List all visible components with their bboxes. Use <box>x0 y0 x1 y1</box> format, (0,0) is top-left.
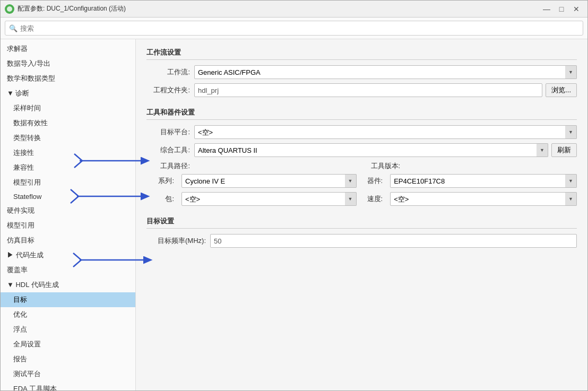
series-select[interactable]: Cyclone IV E <box>181 174 357 188</box>
series-select-wrap: Cyclone IV E ▼ <box>181 174 357 188</box>
synthesis-tool-select[interactable]: Altera QUARTUS II <box>194 143 548 157</box>
sidebar-item-hdl-codegen[interactable]: ▼ HDL 代码生成 <box>1 277 135 292</box>
sidebar-item-compatibility[interactable]: 兼容性 <box>1 160 135 175</box>
svg-point-0 <box>7 6 12 12</box>
project-folder-input[interactable] <box>194 83 542 97</box>
window-title: 配置参数: DUC_1/Configuration (活动) <box>18 4 540 13</box>
maximize-button[interactable]: □ <box>555 4 568 14</box>
package-col: 包: <空> ▼ <box>146 192 357 206</box>
sidebar-item-target[interactable]: 目标 <box>1 292 135 307</box>
sidebar-item-sample-time[interactable]: 采样时间 <box>1 101 135 116</box>
refresh-button[interactable]: 刷新 <box>551 143 577 157</box>
close-button[interactable]: ✕ <box>569 4 583 14</box>
sidebar-item-solver[interactable]: 求解器 <box>1 41 135 56</box>
main-window: 配置参数: DUC_1/Configuration (活动) — □ ✕ 🔍 求… <box>0 0 588 391</box>
minimize-button[interactable]: — <box>540 4 554 14</box>
search-bar: 🔍 <box>1 18 587 39</box>
tool-device-section-title: 工具和器件设置 <box>146 108 577 120</box>
target-freq-label: 目标频率(MHz): <box>146 236 210 246</box>
project-folder-row: 工程文件夹: 浏览... <box>146 83 577 97</box>
target-platform-select[interactable]: <空> <box>194 125 577 139</box>
target-platform-row: 目标平台: <空> ▼ <box>146 125 577 139</box>
tool-device-section: 工具和器件设置 目标平台: <空> ▼ 综合工具: <box>146 108 577 206</box>
sidebar-item-data-io[interactable]: 数据导入/导出 <box>1 56 135 71</box>
search-input[interactable] <box>5 21 583 36</box>
sidebar-item-sim-target[interactable]: 仿真目标 <box>1 233 135 248</box>
package-select[interactable]: <空> <box>181 192 357 206</box>
sidebar-item-test-bench[interactable]: 测试平台 <box>1 367 135 381</box>
workflow-section-title: 工作流设置 <box>146 48 577 60</box>
synthesis-tool-label: 综合工具: <box>146 145 194 155</box>
sidebar-item-eda-scripts[interactable]: EDA 工具脚本 <box>1 381 135 390</box>
search-icon: 🔍 <box>9 24 18 32</box>
sidebar-item-connectivity[interactable]: 连接性 <box>1 145 135 160</box>
device-select-wrap: EP4CE10F17C8 ▼ <box>390 174 577 188</box>
sidebar-item-diagnostics[interactable]: ▼ 诊断 <box>1 86 135 101</box>
titlebar: 配置参数: DUC_1/Configuration (活动) — □ ✕ <box>1 1 587 18</box>
sidebar-item-type-conv[interactable]: 类型转换 <box>1 131 135 145</box>
series-label: 系列: <box>146 176 178 186</box>
tool-path-label: 工具路径: <box>146 161 194 171</box>
sidebar-item-float[interactable]: 浮点 <box>1 322 135 337</box>
sidebar-item-math-types[interactable]: 数学和数据类型 <box>1 71 135 86</box>
right-panel-inner: 工作流设置 工作流: Generic ASIC/FPGA ▼ 工程文件夹: <box>146 48 577 248</box>
speed-col: 速度: <空> ▼ <box>367 192 577 206</box>
target-settings-section-title: 目标设置 <box>146 216 577 229</box>
package-speed-row: 包: <空> ▼ 速度: <box>146 192 577 206</box>
workflow-row: 工作流: Generic ASIC/FPGA ▼ <box>146 65 577 79</box>
speed-select[interactable]: <空> <box>390 192 577 206</box>
device-label: 器件: <box>367 176 387 186</box>
tool-version-label: 工具版本: <box>365 161 407 171</box>
workflow-label: 工作流: <box>146 67 194 77</box>
project-folder-label: 工程文件夹: <box>146 85 194 95</box>
workflow-select-wrap: Generic ASIC/FPGA ▼ <box>194 65 577 79</box>
synthesis-tool-select-wrap: Altera QUARTUS II ▼ <box>194 143 548 157</box>
sidebar-item-stateflow[interactable]: Stateflow <box>1 190 135 203</box>
workflow-select[interactable]: Generic ASIC/FPGA <box>194 65 577 79</box>
sidebar-item-model-ref[interactable]: 模型引用 <box>1 175 135 190</box>
window-controls: — □ ✕ <box>540 4 583 14</box>
sidebar-item-optimize[interactable]: 优化 <box>1 307 135 322</box>
target-freq-row: 目标频率(MHz): <box>146 234 577 248</box>
device-select[interactable]: EP4CE10F17C8 <box>390 174 577 188</box>
sidebar-item-hw-impl[interactable]: 硬件实现 <box>1 203 135 218</box>
synthesis-tool-row: 综合工具: Altera QUARTUS II ▼ 刷新 <box>146 143 577 157</box>
main-content: 求解器数据导入/导出数学和数据类型▼ 诊断采样时间数据有效性类型转换连接性兼容性… <box>1 39 587 390</box>
sidebar-item-global-settings[interactable]: 全局设置 <box>1 337 135 352</box>
browse-button[interactable]: 浏览... <box>546 83 577 97</box>
target-platform-select-wrap: <空> ▼ <box>194 125 577 139</box>
package-label: 包: <box>146 194 178 204</box>
right-panel: 工作流设置 工作流: Generic ASIC/FPGA ▼ 工程文件夹: <box>136 39 587 390</box>
target-freq-input[interactable] <box>210 234 577 248</box>
device-col: 器件: EP4CE10F17C8 ▼ <box>367 174 577 188</box>
target-settings-section: 目标设置 目标频率(MHz): <box>146 216 577 248</box>
sidebar-item-coverage[interactable]: 覆盖率 <box>1 263 135 277</box>
speed-select-wrap: <空> ▼ <box>390 192 577 206</box>
sidebar-item-model-ref2[interactable]: 模型引用 <box>1 218 135 233</box>
speed-label: 速度: <box>367 194 387 204</box>
sidebar-item-code-gen[interactable]: ▶ 代码生成 <box>1 248 135 263</box>
sidebar-item-data-validity[interactable]: 数据有效性 <box>1 116 135 131</box>
package-select-wrap: <空> ▼ <box>181 192 357 206</box>
series-col: 系列: Cyclone IV E ▼ <box>146 174 357 188</box>
tool-path-version-row: 工具路径: 工具版本: <box>146 161 577 171</box>
app-icon <box>5 4 14 14</box>
sidebar: 求解器数据导入/导出数学和数据类型▼ 诊断采样时间数据有效性类型转换连接性兼容性… <box>1 39 136 390</box>
target-platform-label: 目标平台: <box>146 127 194 137</box>
series-device-row: 系列: Cyclone IV E ▼ 器件: <box>146 174 577 188</box>
workflow-section: 工作流设置 工作流: Generic ASIC/FPGA ▼ 工程文件夹: <box>146 48 577 97</box>
sidebar-item-report[interactable]: 报告 <box>1 352 135 367</box>
search-wrapper: 🔍 <box>5 21 583 36</box>
